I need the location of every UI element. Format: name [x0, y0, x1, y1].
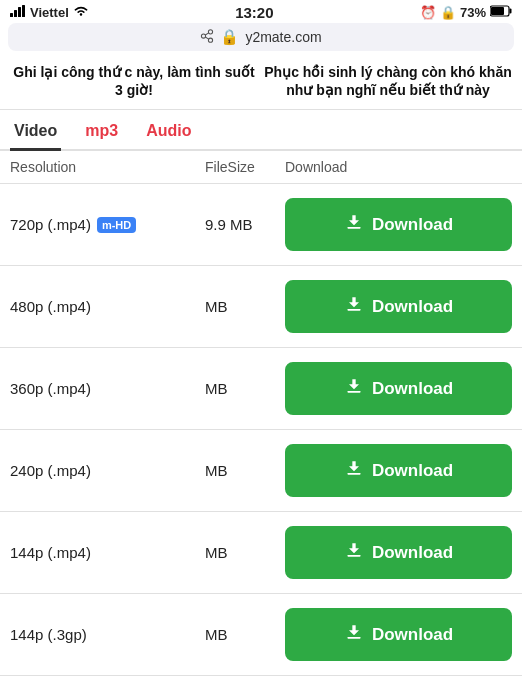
download-label: Download — [372, 625, 453, 645]
download-cell: Download — [285, 362, 512, 415]
share-icon — [200, 29, 214, 46]
download-cell: Download — [285, 198, 512, 251]
tab-audio[interactable]: Audio — [142, 114, 195, 151]
download-icon — [344, 540, 364, 565]
svg-rect-3 — [22, 5, 25, 17]
filesize-cell: MB — [205, 626, 285, 643]
svg-line-11 — [206, 32, 210, 34]
download-button[interactable]: Download — [285, 362, 512, 415]
table-header: Resolution FileSize Download — [0, 151, 522, 184]
table-row: 360p (.mp4)MBDownload — [0, 348, 522, 430]
tabs-container: Video mp3 Audio — [0, 114, 522, 151]
resolution-cell: 240p (.mp4) — [10, 462, 205, 479]
resolution-label: 720p (.mp4) — [10, 216, 91, 233]
download-button[interactable]: Download — [285, 280, 512, 333]
download-button[interactable]: Download — [285, 198, 512, 251]
resolution-label: 144p (.3gp) — [10, 626, 87, 643]
download-label: Download — [372, 461, 453, 481]
resolution-cell: 720p (.mp4)m-HD — [10, 216, 205, 233]
download-cell: Download — [285, 608, 512, 661]
download-table: Resolution FileSize Download 720p (.mp4)… — [0, 151, 522, 676]
download-label: Download — [372, 297, 453, 317]
svg-rect-6 — [510, 9, 512, 14]
table-row: 144p (.mp4)MBDownload — [0, 512, 522, 594]
resolution-label: 360p (.mp4) — [10, 380, 91, 397]
top-content: Ghi lại công thứ c này, làm tình suốt 3 … — [0, 57, 522, 110]
tab-video[interactable]: Video — [10, 114, 61, 151]
filesize-cell: MB — [205, 298, 285, 315]
resolution-cell: 360p (.mp4) — [10, 380, 205, 397]
download-button[interactable]: Download — [285, 526, 512, 579]
status-time: 13:20 — [235, 4, 273, 21]
svg-point-4 — [80, 13, 82, 15]
lock-icon: 🔒 — [440, 5, 456, 20]
carrier-label: Viettel — [30, 5, 69, 20]
svg-rect-17 — [347, 555, 360, 557]
top-left-text: Ghi lại công thứ c này, làm tình suốt 3 … — [10, 63, 258, 99]
download-icon — [344, 212, 364, 237]
resolution-label: 240p (.mp4) — [10, 462, 91, 479]
download-icon — [344, 458, 364, 483]
table-row: 720p (.mp4)m-HD9.9 MBDownload — [0, 184, 522, 266]
resolution-cell: 144p (.3gp) — [10, 626, 205, 643]
svg-rect-1 — [14, 10, 17, 17]
battery-label: 73% — [460, 5, 486, 20]
hd-badge: m-HD — [97, 217, 136, 233]
svg-rect-2 — [18, 7, 21, 17]
download-label: Download — [372, 543, 453, 563]
filesize-cell: MB — [205, 380, 285, 397]
svg-line-12 — [206, 37, 210, 39]
download-icon — [344, 294, 364, 319]
filesize-cell: MB — [205, 462, 285, 479]
alarm-icon: ⏰ — [420, 5, 436, 20]
header-filesize: FileSize — [205, 159, 285, 175]
resolution-cell: 144p (.mp4) — [10, 544, 205, 561]
status-left: Viettel — [10, 5, 89, 20]
resolution-label: 144p (.mp4) — [10, 544, 91, 561]
lock-small-icon: 🔒 — [220, 28, 239, 46]
status-right: ⏰ 🔒 73% — [420, 5, 512, 20]
table-row: 480p (.mp4)MBDownload — [0, 266, 522, 348]
svg-point-10 — [209, 38, 213, 42]
download-icon — [344, 622, 364, 647]
download-cell: Download — [285, 280, 512, 333]
download-cell: Download — [285, 444, 512, 497]
svg-point-9 — [202, 33, 206, 37]
resolution-cell: 480p (.mp4) — [10, 298, 205, 315]
tab-mp3[interactable]: mp3 — [81, 114, 122, 151]
header-download: Download — [285, 159, 512, 175]
download-button[interactable]: Download — [285, 444, 512, 497]
status-bar: Viettel 13:20 ⏰ 🔒 73% — [0, 0, 522, 23]
svg-rect-16 — [347, 473, 360, 475]
svg-rect-15 — [347, 391, 360, 393]
resolution-label: 480p (.mp4) — [10, 298, 91, 315]
svg-rect-0 — [10, 13, 13, 17]
top-right-text: Phục hồi sinh lý chàng còn khó khăn như … — [264, 63, 512, 99]
header-resolution: Resolution — [10, 159, 205, 175]
svg-rect-18 — [347, 637, 360, 639]
download-button[interactable]: Download — [285, 608, 512, 661]
address-bar[interactable]: 🔒 y2mate.com — [8, 23, 514, 51]
svg-rect-14 — [347, 309, 360, 311]
download-cell: Download — [285, 526, 512, 579]
table-row: 144p (.3gp)MBDownload — [0, 594, 522, 676]
battery-icon — [490, 5, 512, 20]
table-row: 240p (.mp4)MBDownload — [0, 430, 522, 512]
svg-rect-13 — [347, 227, 360, 229]
svg-point-8 — [209, 29, 213, 33]
wifi-icon — [73, 5, 89, 20]
filesize-cell: 9.9 MB — [205, 216, 285, 233]
url-text: y2mate.com — [245, 29, 321, 45]
download-icon — [344, 376, 364, 401]
download-label: Download — [372, 215, 453, 235]
filesize-cell: MB — [205, 544, 285, 561]
download-label: Download — [372, 379, 453, 399]
signal-icon — [10, 5, 26, 20]
svg-rect-7 — [491, 7, 504, 15]
